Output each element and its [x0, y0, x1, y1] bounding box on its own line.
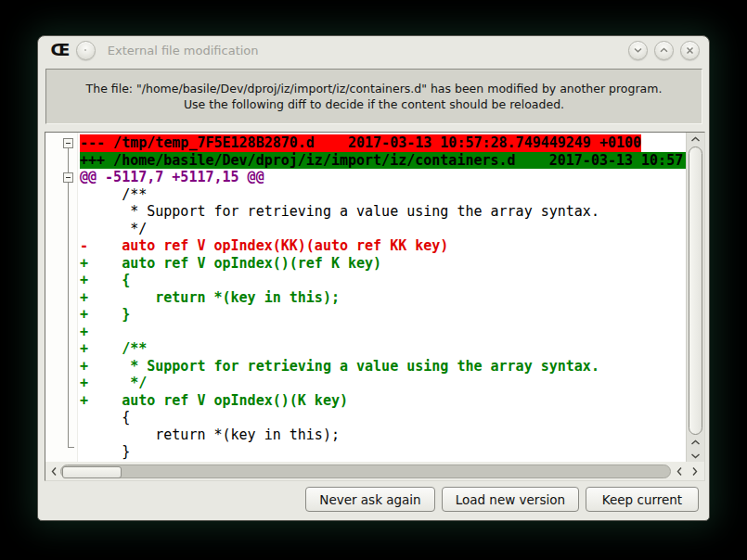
close-x-icon — [686, 46, 694, 55]
diff-line-ctx: /** — [80, 186, 686, 204]
diff-line-add: + return *(key in this); — [80, 289, 686, 307]
diff-line-add: + { — [80, 272, 686, 289]
vertical-scrollbar[interactable] — [686, 133, 704, 462]
fold-collapse-icon[interactable] — [63, 172, 73, 183]
scroll-left-button[interactable] — [673, 466, 686, 477]
chevron-left-icon — [51, 466, 58, 477]
fold-gutter — [45, 133, 78, 462]
window-controls — [628, 41, 700, 60]
fold-range-end-tick — [68, 447, 74, 448]
maximize-button[interactable] — [654, 41, 674, 60]
diff-line-ctx: { — [80, 409, 686, 426]
diff-line-ctx: return *(key in this); — [80, 426, 686, 444]
scroll-left-button[interactable] — [47, 466, 60, 477]
window-menu-button[interactable] — [76, 41, 96, 60]
diff-body: --- /tmp/temp_7F5E128B2870.d 2017-03-13 … — [45, 133, 704, 462]
diff-line-add: + auto ref V opIndex()(K key) — [80, 392, 686, 410]
vertical-scrollbar-thumb[interactable] — [689, 146, 702, 435]
desktop: { "window": { "title": "External file mo… — [0, 0, 747, 560]
vertical-scrollbar-track[interactable] — [687, 146, 704, 436]
scroll-up-button[interactable] — [687, 133, 704, 146]
diff-line-meta-del: --- /tmp/temp_7F5E128B2870.d 2017-03-13 … — [80, 134, 686, 152]
diff-code: --- /tmp/temp_7F5E128B2870.d 2017-03-13 … — [78, 133, 686, 462]
chevron-up-icon — [690, 439, 701, 446]
vertical-scrollbar-secondary-buttons — [687, 436, 704, 462]
titlebar[interactable]: Œ External file modification — [38, 36, 709, 64]
horizontal-scrollbar-secondary-buttons — [671, 466, 702, 477]
window-menu-icon — [84, 48, 87, 52]
message-line-1: The file: "/home/basile/Dev/dproj/iz/imp… — [86, 81, 663, 96]
diff-line-del: - auto ref V opIndex(KK)(auto ref KK key… — [80, 237, 686, 255]
minimize-button[interactable] — [628, 41, 648, 60]
diff-line-add: + /** — [80, 340, 686, 358]
coedit-logo-icon: Œ — [51, 43, 71, 58]
diff-line-add: + — [80, 324, 686, 341]
diff-line-ctx: } — [80, 443, 686, 461]
chevron-down-icon — [633, 46, 643, 54]
message-line-2: Use the following diff to decide if the … — [184, 96, 564, 112]
chevron-up-icon — [659, 46, 669, 54]
diff-line-add: + } — [80, 306, 686, 324]
horizontal-scrollbar-thumb[interactable] — [62, 466, 122, 478]
diff-line-add: + */ — [80, 375, 686, 392]
scroll-down-button[interactable] — [687, 449, 704, 462]
chevron-down-icon — [690, 452, 701, 459]
load-new-version-button[interactable]: Load new version — [442, 487, 579, 512]
never-ask-again-button[interactable]: Never ask again — [305, 487, 434, 512]
fold-range-line — [68, 148, 69, 447]
diff-line-add: + * Support for retrieving a value using… — [80, 358, 686, 375]
fold-collapse-icon[interactable] — [63, 138, 73, 148]
diff-line-meta-add: +++ /home/basile/Dev/dproj/iz/import/iz/… — [80, 152, 686, 170]
diff-line-add: + auto ref V opIndex()(ref K key) — [80, 255, 686, 273]
chevron-left-icon — [676, 466, 683, 477]
message-panel: The file: "/home/basile/Dev/dproj/iz/imp… — [45, 69, 702, 124]
close-button[interactable] — [680, 41, 700, 60]
external-file-modification-dialog: Œ External file modification The file: "… — [37, 35, 710, 521]
horizontal-scrollbar[interactable] — [45, 462, 704, 480]
chevron-right-icon — [691, 466, 698, 477]
diff-line-ctx: * Support for retrieving a value using t… — [80, 203, 686, 221]
horizontal-scrollbar-track[interactable] — [60, 465, 671, 478]
diff-line-ctx: */ — [80, 221, 686, 238]
scroll-right-button[interactable] — [688, 466, 701, 477]
scroll-up-button[interactable] — [687, 436, 704, 449]
diff-panel: --- /tmp/temp_7F5E128B2870.d 2017-03-13 … — [45, 132, 705, 481]
diff-line-hunk: @@ -5117,7 +5117,15 @@ — [80, 169, 686, 186]
keep-current-button[interactable]: Keep current — [586, 487, 699, 512]
window-title: External file modification — [108, 44, 628, 57]
dialog-buttons: Never ask againLoad new versionKeep curr… — [305, 487, 699, 512]
chevron-up-icon — [690, 136, 701, 143]
